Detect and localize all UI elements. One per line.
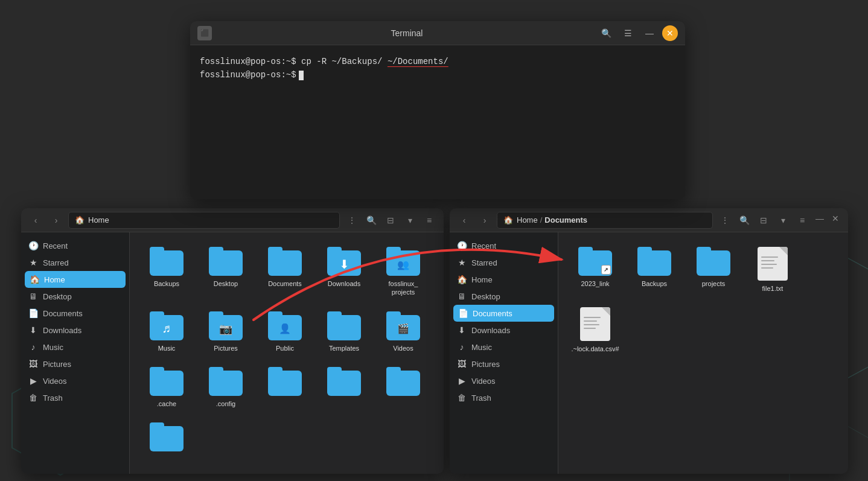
file-label-music: Music bbox=[158, 344, 176, 352]
file-item-desktop[interactable]: Desktop bbox=[199, 242, 253, 302]
right-sidebar-downloads-label: Downloads bbox=[471, 326, 510, 335]
right-downloads-icon: ⬇ bbox=[457, 325, 467, 335]
right-recent-icon: 🕐 bbox=[457, 241, 467, 250]
file-item-right-projects[interactable]: projects bbox=[686, 242, 741, 298]
sidebar-music-label: Music bbox=[43, 343, 63, 352]
fm-right-forward-button[interactable]: › bbox=[476, 212, 493, 229]
fm-right-view-toggle-button[interactable]: ⊟ bbox=[755, 212, 772, 229]
fm-left-sort-button[interactable]: ▾ bbox=[401, 212, 418, 229]
fm-left-back-button[interactable]: ‹ bbox=[27, 212, 44, 229]
folder-icon-documents bbox=[268, 247, 302, 276]
fm-right-sidebar: 🕐 Recent ★ Starred 🏠 Home 🖥 Desktop 📄 Do… bbox=[450, 232, 558, 474]
file-item-config[interactable]: .config bbox=[199, 362, 253, 413]
sidebar-desktop-label: Desktop bbox=[43, 292, 72, 301]
sidebar-item-videos[interactable]: ▶ Videos bbox=[21, 372, 129, 389]
right-sidebar-trash-label: Trash bbox=[471, 393, 491, 403]
terminal-line-1: fosslinux@pop-os:~$ cp -R ~/Backups/ ~/D… bbox=[200, 55, 675, 68]
sidebar-recent-label: Recent bbox=[43, 241, 68, 250]
sidebar-item-music[interactable]: ♪ Music bbox=[21, 339, 129, 355]
fm-right-location-bar[interactable]: 🏠 Home / Documents bbox=[497, 212, 713, 229]
file-item-public[interactable]: 👤 Public bbox=[258, 307, 312, 357]
right-sidebar-item-desktop[interactable]: 🖥 Desktop bbox=[450, 288, 558, 305]
file-label-public: Public bbox=[276, 344, 294, 352]
file-item-backups[interactable]: Backups bbox=[139, 242, 194, 302]
fm-right-sort-button[interactable]: ▾ bbox=[774, 212, 791, 229]
recent-icon: 🕐 bbox=[28, 241, 38, 250]
right-sidebar-item-starred[interactable]: ★ Starred bbox=[450, 254, 558, 271]
fm-left-menu-button[interactable]: ⋮ bbox=[343, 212, 360, 229]
file-item-pictures[interactable]: 📷 Pictures bbox=[199, 307, 253, 357]
sidebar-item-home[interactable]: 🏠 Home bbox=[25, 271, 126, 288]
file-item-documents[interactable]: Documents bbox=[258, 242, 312, 302]
fm-right-search-button[interactable]: 🔍 bbox=[736, 212, 753, 229]
fm-right-close-button[interactable]: ✕ bbox=[829, 212, 842, 225]
right-desktop-icon: 🖥 bbox=[457, 291, 467, 301]
right-sidebar-item-downloads[interactable]: ⬇ Downloads bbox=[450, 322, 558, 339]
doc-icon-file1 bbox=[758, 247, 788, 281]
breadcrumb-home[interactable]: Home bbox=[517, 215, 538, 225]
file-item-downloads[interactable]: ⬇ Downloads bbox=[317, 242, 371, 302]
file-item-fosslinux-projects[interactable]: 👥 fosslinux_projects bbox=[376, 242, 430, 302]
sidebar-item-starred[interactable]: ★ Starred bbox=[21, 254, 129, 271]
folder-icon-pictures: 📷 bbox=[209, 311, 243, 340]
fm-right-list-button[interactable]: ≡ bbox=[794, 212, 811, 229]
file-item-extra1[interactable] bbox=[258, 362, 312, 413]
terminal-minimize-button[interactable]: — bbox=[640, 24, 659, 42]
fm-left-view-toggle-button[interactable]: ⊟ bbox=[382, 212, 399, 229]
file-item-right-backups[interactable]: Backups bbox=[627, 242, 681, 298]
sidebar-item-trash[interactable]: 🗑 Trash bbox=[21, 389, 129, 406]
doc-icon-lock-csv bbox=[580, 307, 610, 341]
file-item-file1-txt[interactable]: file1.txt bbox=[745, 242, 800, 298]
fm-left-location-bar[interactable]: 🏠 Home bbox=[68, 212, 340, 229]
right-sidebar-item-home[interactable]: 🏠 Home bbox=[450, 271, 558, 288]
fm-right-menu-button[interactable]: ⋮ bbox=[716, 212, 733, 229]
file-label-downloads: Downloads bbox=[328, 279, 360, 288]
file-item-cache[interactable]: .cache bbox=[139, 362, 194, 413]
fm-left-content: Backups Desktop Documents bbox=[130, 232, 444, 474]
file-item-music[interactable]: ♬ Music bbox=[139, 307, 194, 357]
file-item-extra3[interactable] bbox=[376, 362, 430, 413]
sidebar-item-recent[interactable]: 🕐 Recent bbox=[21, 237, 129, 254]
file-label-backups: Backups bbox=[154, 279, 179, 288]
terminal-cmd-1: cp -R ~/Backups/ ~/Documents/ bbox=[296, 55, 448, 68]
file-item-templates[interactable]: Templates bbox=[317, 307, 371, 357]
right-sidebar-item-recent[interactable]: 🕐 Recent bbox=[450, 237, 558, 254]
breadcrumb-separator: / bbox=[540, 215, 543, 225]
fm-right-minimize-button[interactable]: — bbox=[813, 212, 826, 225]
sidebar-pictures-label: Pictures bbox=[43, 360, 71, 369]
file-label-right-backups: Backups bbox=[642, 279, 667, 288]
terminal-actions: 🔍 ☰ — ✕ bbox=[597, 24, 678, 42]
right-sidebar-item-music[interactable]: ♪ Music bbox=[450, 339, 558, 355]
sidebar-item-pictures[interactable]: 🖼 Pictures bbox=[21, 355, 129, 372]
terminal-window: ⬛ Terminal 🔍 ☰ — ✕ fosslinux@pop-os:~$ c… bbox=[190, 21, 685, 199]
fm-right-back-button[interactable]: ‹ bbox=[456, 212, 473, 229]
sidebar-item-documents[interactable]: 📄 Documents bbox=[21, 305, 129, 322]
terminal-search-button[interactable]: 🔍 bbox=[597, 24, 615, 42]
download-arrow-icon: ⬇ bbox=[339, 257, 349, 272]
right-sidebar-item-videos[interactable]: ▶ Videos bbox=[450, 372, 558, 389]
file-label-right-projects: projects bbox=[702, 279, 726, 288]
folder-icon-templates bbox=[327, 311, 361, 340]
right-pictures-icon: 🖼 bbox=[457, 359, 467, 369]
file-item-2023-link[interactable]: ↗ 2023_link bbox=[568, 242, 622, 298]
right-sidebar-item-trash[interactable]: 🗑 Trash bbox=[450, 389, 558, 406]
terminal-close-button[interactable]: ✕ bbox=[662, 25, 678, 41]
right-sidebar-item-documents[interactable]: 📄 Documents bbox=[453, 305, 554, 322]
fm-left-search-button[interactable]: 🔍 bbox=[363, 212, 380, 229]
fm-left-list-button[interactable]: ≡ bbox=[421, 212, 438, 229]
home-location-icon: 🏠 bbox=[75, 215, 85, 225]
right-sidebar-home-label: Home bbox=[471, 275, 493, 284]
right-videos-icon: ▶ bbox=[457, 376, 467, 386]
file-item-extra2[interactable] bbox=[317, 362, 371, 413]
terminal-menu-button[interactable]: ☰ bbox=[619, 24, 637, 42]
sidebar-item-downloads[interactable]: ⬇ Downloads bbox=[21, 322, 129, 339]
file-label-templates: Templates bbox=[329, 344, 359, 352]
terminal-cursor bbox=[299, 71, 304, 80]
downloads-icon: ⬇ bbox=[28, 325, 38, 335]
file-item-videos[interactable]: 🎬 Videos bbox=[376, 307, 430, 357]
file-item-extra4[interactable] bbox=[139, 418, 194, 460]
right-sidebar-item-pictures[interactable]: 🖼 Pictures bbox=[450, 355, 558, 372]
fm-left-forward-button[interactable]: › bbox=[48, 212, 65, 229]
sidebar-item-desktop[interactable]: 🖥 Desktop bbox=[21, 288, 129, 305]
file-item-lock-csv[interactable]: .~lock.data.csv# bbox=[568, 302, 622, 358]
